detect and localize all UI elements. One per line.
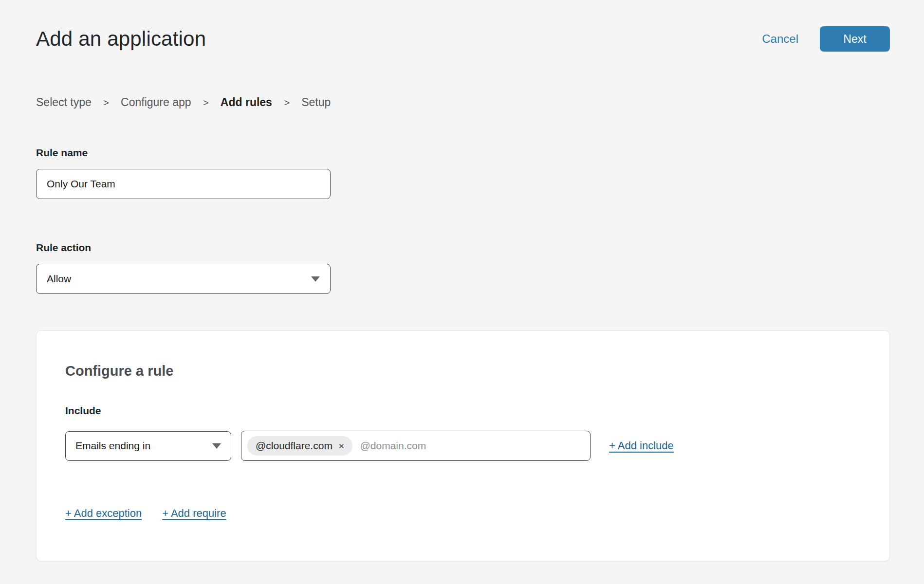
- breadcrumb-separator-icon: >: [203, 96, 209, 109]
- rule-name-label: Rule name: [36, 146, 890, 159]
- breadcrumb-setup[interactable]: Setup: [301, 96, 331, 109]
- configure-rule-card: Configure a rule Include Emails ending i…: [36, 330, 890, 561]
- add-require-link[interactable]: + Add require: [162, 507, 226, 520]
- include-criteria-value: Emails ending in: [75, 440, 150, 452]
- rule-action-select[interactable]: Allow: [36, 264, 331, 294]
- breadcrumb-configure-app[interactable]: Configure app: [121, 96, 191, 109]
- breadcrumb-add-rules[interactable]: Add rules: [221, 96, 272, 109]
- page-header: Add an application Cancel Next: [36, 26, 890, 52]
- card-title: Configure a rule: [65, 364, 860, 379]
- page-title: Add an application: [36, 26, 206, 52]
- rule-name-input[interactable]: [36, 169, 331, 199]
- include-label: Include: [65, 404, 860, 417]
- header-actions: Cancel Next: [762, 26, 890, 52]
- remove-chip-icon[interactable]: ✕: [338, 442, 345, 450]
- add-include-link[interactable]: + Add include: [609, 439, 674, 452]
- add-exception-link[interactable]: + Add exception: [65, 507, 142, 520]
- add-application-page: Add an application Cancel Next Select ty…: [0, 0, 924, 561]
- email-domain-chip-label: @cloudflare.com: [256, 440, 333, 452]
- email-domains-input[interactable]: @cloudflare.com ✕: [241, 431, 591, 461]
- include-criteria-select[interactable]: Emails ending in: [65, 431, 231, 461]
- cancel-button[interactable]: Cancel: [762, 32, 798, 46]
- breadcrumb: Select type > Configure app > Add rules …: [36, 96, 890, 109]
- next-button[interactable]: Next: [820, 26, 890, 52]
- breadcrumb-select-type[interactable]: Select type: [36, 96, 92, 109]
- rule-action-value: Allow: [47, 273, 71, 285]
- chevron-down-icon: [212, 443, 221, 449]
- email-domain-chip: @cloudflare.com ✕: [247, 436, 352, 456]
- breadcrumb-separator-icon: >: [284, 96, 290, 109]
- rule-action-label: Rule action: [36, 241, 890, 254]
- email-domain-text-input[interactable]: [360, 440, 584, 452]
- include-rule-row: Emails ending in @cloudflare.com ✕ + Add…: [65, 431, 860, 461]
- chevron-down-icon: [311, 276, 320, 282]
- breadcrumb-separator-icon: >: [103, 96, 109, 109]
- rule-links-row: + Add exception + Add require: [65, 507, 860, 520]
